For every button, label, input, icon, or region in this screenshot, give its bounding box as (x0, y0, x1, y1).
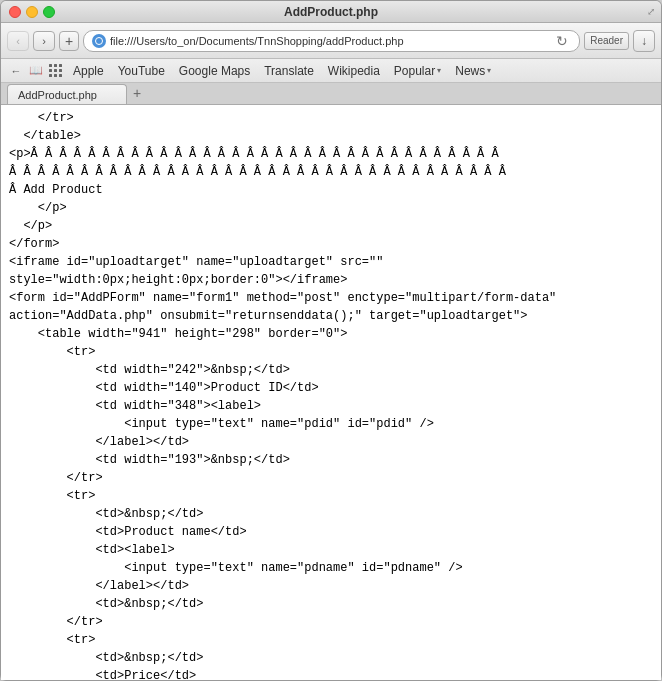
history-icon[interactable]: 📖 (27, 62, 45, 80)
code-line: <td width="242">&nbsp;</td> (9, 361, 653, 379)
code-line: <td>&nbsp;</td> (9, 595, 653, 613)
resize-icon: ⤢ (647, 6, 655, 17)
back-button[interactable]: ‹ (7, 31, 29, 51)
new-tab-button[interactable]: + (59, 31, 79, 51)
add-tab-icon[interactable]: + (127, 84, 147, 102)
code-line: </label></td> (9, 577, 653, 595)
minimize-button[interactable] (26, 6, 38, 18)
code-line: <table width="941" height="298" border="… (9, 325, 653, 343)
reader-button[interactable]: Reader (584, 32, 629, 50)
code-line: <td width="140">Product ID</td> (9, 379, 653, 397)
code-line: style="width:0px;height:0px;border:0"></… (9, 271, 653, 289)
code-line: <tr> (9, 631, 653, 649)
bookmark-apple[interactable]: Apple (67, 64, 110, 78)
tab-addproduct[interactable]: AddProduct.php (7, 84, 127, 104)
titlebar: AddProduct.php ⤢ (1, 1, 661, 23)
toolbar: ‹ › + file:///Users/to_on/Documents/TnnS… (1, 23, 661, 59)
grid-icon[interactable] (47, 62, 65, 80)
code-line: <iframe id="uploadtarget" name="uploadta… (9, 253, 653, 271)
bookmark-news[interactable]: News ▾ (449, 64, 497, 78)
bookmarks-bar: ← 📖 Apple YouTube Google Maps Translate … (1, 59, 661, 83)
code-line: </tr> (9, 109, 653, 127)
code-line: Â Add Product (9, 181, 653, 199)
traffic-lights (9, 6, 55, 18)
code-line: </p> (9, 217, 653, 235)
refresh-button[interactable]: ↻ (553, 33, 571, 49)
code-line: <td>Price</td> (9, 667, 653, 680)
code-line: <td width="193">&nbsp;</td> (9, 451, 653, 469)
maximize-button[interactable] (43, 6, 55, 18)
code-line: <td>&nbsp;</td> (9, 649, 653, 667)
bookmark-translate[interactable]: Translate (258, 64, 320, 78)
bookmark-youtube[interactable]: YouTube (112, 64, 171, 78)
bookmark-popular[interactable]: Popular ▾ (388, 64, 447, 78)
code-line: <tr> (9, 487, 653, 505)
code-line: <input type="text" name="pdid" id="pdid"… (9, 415, 653, 433)
window-title: AddProduct.php (284, 5, 378, 19)
code-line: </table> (9, 127, 653, 145)
close-button[interactable] (9, 6, 21, 18)
bookmark-google-maps[interactable]: Google Maps (173, 64, 256, 78)
code-line: </form> (9, 235, 653, 253)
code-line: <td width="348"><label> (9, 397, 653, 415)
code-line: <input type="text" name="pdname" id="pdn… (9, 559, 653, 577)
popular-dropdown-arrow: ▾ (437, 66, 441, 75)
code-line: Â Â Â Â Â Â Â Â Â Â Â Â Â Â Â Â Â Â Â Â … (9, 163, 653, 181)
browser-window: AddProduct.php ⤢ ‹ › + file:///Users/to_… (0, 0, 662, 681)
code-line: </tr> (9, 469, 653, 487)
code-line: action="AddData.php" onsubmit="returnsen… (9, 307, 653, 325)
back-icon[interactable]: ← (7, 62, 25, 80)
forward-button[interactable]: › (33, 31, 55, 51)
code-line: </p> (9, 199, 653, 217)
code-line: <td>&nbsp;</td> (9, 505, 653, 523)
code-line: <td>Product name</td> (9, 523, 653, 541)
code-line: </tr> (9, 613, 653, 631)
code-line: </label></td> (9, 433, 653, 451)
code-content[interactable]: </tr> </table><p>Â Â Â Â Â Â Â Â Â Â Â Â… (1, 105, 661, 680)
code-line: <form id="AddPForm" name="form1" method=… (9, 289, 653, 307)
news-dropdown-arrow: ▾ (487, 66, 491, 75)
tabbar: AddProduct.php + (1, 83, 661, 105)
download-button[interactable]: ↓ (633, 30, 655, 52)
address-bar[interactable]: file:///Users/to_on/Documents/TnnShoppin… (83, 30, 580, 52)
bookmark-wikipedia[interactable]: Wikipedia (322, 64, 386, 78)
secure-icon (92, 34, 106, 48)
address-text: file:///Users/to_on/Documents/TnnShoppin… (110, 35, 549, 47)
code-line: <p>Â Â Â Â Â Â Â Â Â Â Â Â Â Â Â Â Â Â Â… (9, 145, 653, 163)
code-line: <td><label> (9, 541, 653, 559)
code-line: <tr> (9, 343, 653, 361)
